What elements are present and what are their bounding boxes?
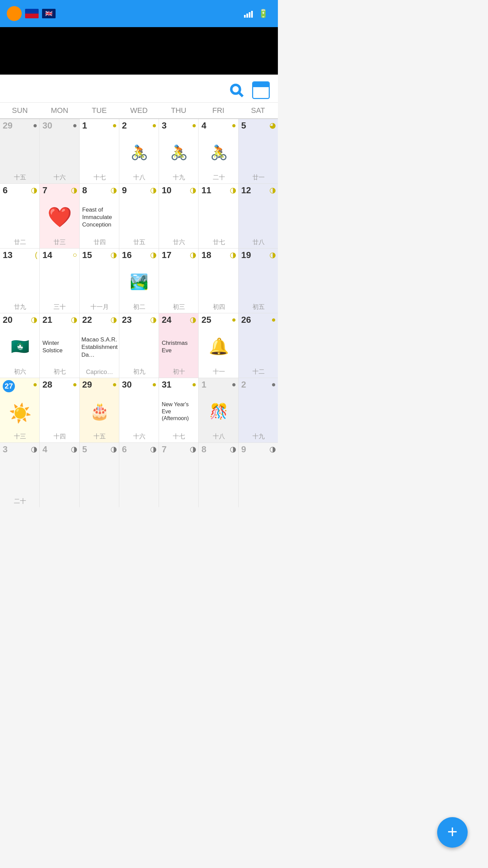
cell-content: Winter Solstice	[42, 326, 77, 368]
cell-date-number: 15	[82, 251, 92, 259]
calendar-cell[interactable]: 2●十九	[239, 378, 278, 442]
day-wed: WED	[119, 103, 159, 118]
cell-top-row: 19◑	[241, 251, 276, 259]
cell-content	[3, 261, 37, 303]
lunar-date: 初六	[3, 368, 37, 376]
lunar-date: 初七	[42, 368, 77, 376]
calendar-cell[interactable]: 4◑	[40, 443, 79, 507]
calendar-cell[interactable]: 12◑廿八	[239, 184, 278, 248]
lunar-date: 廿五	[122, 238, 157, 246]
cell-top-row: 9◑	[122, 186, 157, 195]
cell-top-row: 6◑	[3, 186, 37, 195]
moon-phase-icon: ●	[231, 121, 236, 130]
cell-date-number: 20	[3, 315, 13, 324]
calendar-cell[interactable]: 5◑	[80, 443, 119, 507]
cell-content	[162, 261, 196, 303]
cell-content: 🇲🇴	[3, 326, 37, 368]
calendar-cell[interactable]: 15◑十一月	[80, 249, 119, 313]
lunar-date: 初九	[122, 368, 157, 376]
moon-phase-icon: ◑	[269, 186, 276, 195]
cell-content	[82, 455, 117, 505]
calendar-cell[interactable]: 8◑	[199, 443, 238, 507]
cell-date-number: 30	[42, 121, 52, 130]
calendar-cell[interactable]: 29●🎂十五	[80, 378, 119, 442]
cell-content: 🚴	[162, 131, 196, 173]
moon-phase-icon: ◑	[190, 251, 196, 259]
calendar-cell[interactable]: 27●☀️十三	[0, 378, 39, 442]
today-button[interactable]	[252, 81, 270, 99]
calendar-cell[interactable]: 6◑廿二	[0, 184, 39, 248]
calendar-cell[interactable]: 3●🚴十九	[159, 119, 198, 183]
calendar-cell[interactable]: 29●十五	[0, 119, 39, 183]
cell-content	[241, 455, 276, 505]
cell-date-number: 17	[162, 251, 171, 259]
calendar-cell[interactable]: 16◑🏞️初二	[119, 249, 159, 313]
cell-top-row: 2●	[122, 121, 157, 130]
calendar-cell[interactable]: 14○三十	[40, 249, 79, 313]
calendar-cell[interactable]: 7◑❤️廿三	[40, 184, 79, 248]
calendar-cell[interactable]: 21◑Winter Solstice初七	[40, 313, 79, 378]
calendar-cell[interactable]: 10◑廿六	[159, 184, 198, 248]
calendar-cell[interactable]: 9◑廿五	[119, 184, 159, 248]
calendar-cell[interactable]: 30●十六	[40, 119, 79, 183]
cell-date-number: 11	[201, 186, 211, 195]
cell-date-number: 12	[241, 186, 251, 195]
cell-content: 🎂	[82, 390, 117, 432]
lunar-date: 三十	[42, 303, 77, 311]
calendar-cell[interactable]: 26●十二	[239, 313, 278, 378]
cell-content	[42, 390, 77, 432]
cell-date-number: 9	[122, 186, 127, 195]
svg-point-0	[231, 85, 240, 94]
calendar-cell[interactable]: 1●十七	[80, 119, 119, 183]
calendar-cell[interactable]: 28●十四	[40, 378, 79, 442]
calendar-cell[interactable]: 17◑初三	[159, 249, 198, 313]
calendar-cell[interactable]: 18◑初四	[199, 249, 238, 313]
calendar-cell[interactable]: 13(廿九	[0, 249, 39, 313]
moon-phase-icon: (	[35, 251, 37, 259]
cell-top-row: 17◑	[162, 251, 196, 259]
calendar-cell[interactable]: 30●十六	[119, 378, 159, 442]
calendar-cell[interactable]: 4●🚴二十	[199, 119, 238, 183]
calendar-cell[interactable]: 19◑初五	[239, 249, 278, 313]
calendar-cell[interactable]: 2●🚴十八	[119, 119, 159, 183]
calendar-cell[interactable]: 5◕廿一	[239, 119, 278, 183]
calendar-cell[interactable]: 23◑初九	[119, 313, 159, 378]
calendar-cell[interactable]: 24◑Christmas Eve初十	[159, 313, 198, 378]
calendar-cell[interactable]: 25●🔔十一	[199, 313, 238, 378]
calendar-cell[interactable]: 7◑	[159, 443, 198, 507]
calendar-cell[interactable]: 9◑	[239, 443, 278, 507]
cell-top-row: 25●	[201, 315, 236, 324]
search-button[interactable]	[228, 81, 245, 99]
moon-phase-icon: ◑	[110, 186, 117, 195]
cell-top-row: 23◑	[122, 315, 157, 324]
lunar-date: 十六	[42, 173, 77, 181]
lunar-date: 二十	[3, 497, 37, 505]
cell-top-row: 1●	[201, 380, 236, 389]
calendar-cell[interactable]: 6◑	[119, 443, 159, 507]
cell-date-number: 7	[162, 445, 166, 454]
cell-content	[241, 131, 276, 173]
cell-content	[241, 326, 276, 368]
calendar-cell[interactable]: 31●New Year's Eve (Afternoon)十七	[159, 378, 198, 442]
calendar-cell[interactable]: 8◑Feast of Immaculate Conception廿四	[80, 184, 119, 248]
day-fri: FRI	[199, 103, 238, 118]
cell-top-row: 18◑	[201, 251, 236, 259]
cell-top-row: 5◕	[241, 121, 276, 130]
lunar-date: 初二	[122, 303, 157, 311]
calendar-cell[interactable]: 1●🎊十八	[199, 378, 238, 442]
cell-date-number: 19	[241, 251, 251, 259]
moon-phase-icon: ●	[231, 315, 236, 324]
cell-content: 🎊	[201, 390, 236, 432]
cell-top-row: 3●	[162, 121, 196, 130]
calendar-cell[interactable]: 3◑二十	[0, 443, 39, 507]
event-label: Feast of Immaculate Conception	[82, 206, 117, 229]
cell-date-number: 3	[162, 121, 166, 130]
calendar-cell[interactable]: 22◑Macao S.A.R. Establishment Da…Caprico…	[80, 313, 119, 378]
black-bar	[0, 27, 278, 75]
moon-phase-icon: ◑	[71, 315, 77, 324]
calendar-cell[interactable]: 20◑🇲🇴初六	[0, 313, 39, 378]
cell-top-row: 22◑	[82, 315, 117, 324]
cell-date-number: 1	[82, 121, 87, 130]
calendar-cell[interactable]: 11◑廿七	[199, 184, 238, 248]
moon-phase-icon: ◑	[269, 445, 276, 454]
